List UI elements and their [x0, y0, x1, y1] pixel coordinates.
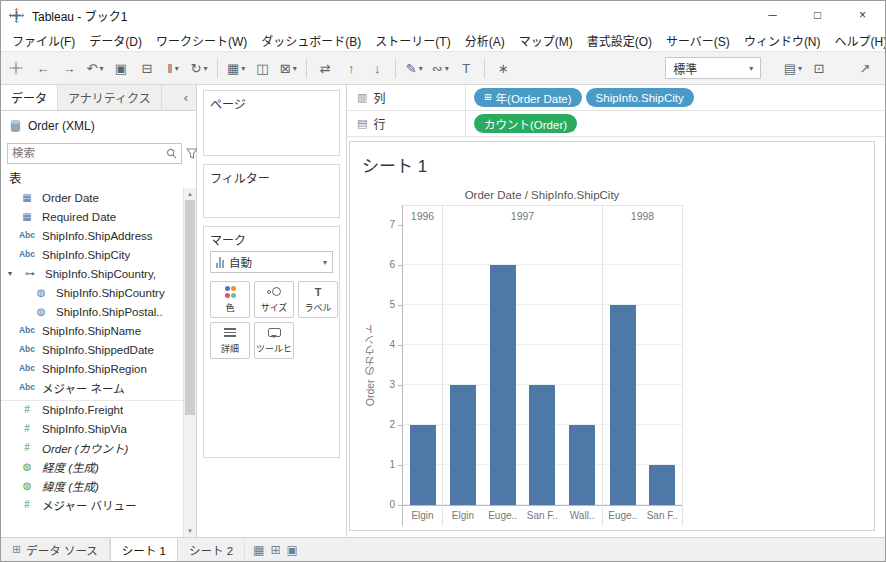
scrollbar-track[interactable]	[184, 200, 196, 525]
mark-color-button[interactable]: 色	[210, 281, 250, 318]
share-workbook-button[interactable]: ↗	[853, 56, 877, 81]
mark-detail-button[interactable]: 詳細	[210, 322, 250, 359]
bar[interactable]	[610, 305, 636, 505]
search-box[interactable]	[7, 143, 182, 164]
mark-type-dropdown[interactable]: 自動 ▾	[210, 251, 333, 273]
swap-rows-columns-button[interactable]: ⇄	[313, 56, 337, 81]
duplicate-sheet-button[interactable]: ◫	[250, 56, 274, 81]
data-pane-tabs: データ アナリティクス ‹	[1, 85, 196, 111]
field-list-scrollbar[interactable]: ▲ ▼	[183, 188, 196, 537]
tab-data-source[interactable]: ⊞ データ ソース	[1, 538, 110, 561]
menu-item[interactable]: マップ(M)	[512, 32, 580, 49]
new-data-source-button[interactable]: ⊟	[135, 56, 159, 81]
field-row[interactable]: ▦Order Date	[1, 188, 183, 207]
menu-item[interactable]: 書式設定(O)	[580, 32, 659, 49]
marks-card-label: マーク	[210, 231, 333, 248]
new-dashboard-button[interactable]: ⊞	[270, 543, 280, 557]
group-members-button[interactable]: ∾▾	[428, 56, 452, 81]
back-icon: ←	[37, 62, 50, 75]
sort-descending-button[interactable]: ↓	[365, 56, 389, 81]
datasource-item[interactable]: Order (XML)	[1, 114, 196, 138]
menu-item[interactable]: データ(D)	[82, 32, 149, 49]
field-row[interactable]: Abcメジャー ネーム	[1, 378, 183, 397]
highlighter-button[interactable]: ∗	[491, 56, 515, 81]
menu-item[interactable]: ウィンドウ(N)	[737, 32, 828, 49]
clear-sheet-button[interactable]: ⊠▾	[276, 56, 300, 81]
menu-item[interactable]: ダッシュボード(B)	[254, 32, 368, 49]
new-worksheet-button[interactable]: ▦	[253, 543, 264, 557]
dimension-pill[interactable]: ShipInfo.ShipCity	[586, 88, 694, 107]
columns-shelf[interactable]: ▥ 列 ⊞年(Order Date)ShipInfo.ShipCity	[347, 85, 885, 111]
filters-card[interactable]: フィルター	[203, 164, 340, 218]
tab-data[interactable]: データ	[1, 85, 58, 110]
bar[interactable]	[490, 265, 516, 505]
field-row[interactable]: AbcShipInfo.ShipCity	[1, 245, 183, 264]
field-row[interactable]: AbcShipInfo.ShipRegion	[1, 359, 183, 378]
mark-label-button[interactable]: Tラベル	[298, 281, 338, 318]
mark-tooltip-button[interactable]: ツールヒ..	[254, 322, 294, 359]
search-input[interactable]	[12, 147, 166, 159]
rows-shelf[interactable]: ▤ 行 カウント(Order)	[347, 111, 885, 137]
window-controls: ─ □ ×	[750, 1, 885, 29]
mark-size-button[interactable]: サイズ	[254, 281, 294, 318]
menu-item[interactable]: ファイル(F)	[5, 32, 82, 49]
back-button[interactable]: ←	[31, 56, 55, 81]
field-row[interactable]: ◍ShipInfo.ShipCountry	[1, 283, 183, 302]
chevron-down-icon[interactable]: ▾	[5, 269, 15, 278]
menu-item[interactable]: ヘルプ(H)	[828, 32, 886, 49]
field-row[interactable]: ▾⊶ShipInfo.ShipCountry,	[1, 264, 183, 283]
bar[interactable]	[529, 385, 555, 505]
field-row[interactable]: #メジャー バリュー	[1, 495, 183, 514]
calendar-icon: ▦	[17, 193, 37, 203]
field-row[interactable]: #ShipInfo.ShipVia	[1, 419, 183, 438]
bar[interactable]	[569, 425, 595, 505]
field-row[interactable]: ◍ShipInfo.ShipPostal..	[1, 302, 183, 321]
minimize-button[interactable]: ─	[750, 1, 795, 29]
menu-item[interactable]: ストーリー(T)	[368, 32, 457, 49]
field-row[interactable]: #ShipInfo.Freight	[1, 400, 183, 419]
undo-button[interactable]: ↶▾	[83, 56, 107, 81]
field-row[interactable]: ◍緯度 (生成)	[1, 476, 183, 495]
tab-sheet-1[interactable]: シート 1	[110, 538, 178, 561]
new-worksheet-button[interactable]: ▦▾	[224, 56, 248, 81]
presentation-mode-button[interactable]: ⊡	[807, 56, 831, 81]
field-label: ShipInfo.ShipAddress	[42, 230, 153, 242]
show-mark-labels-button[interactable]: T	[454, 56, 478, 81]
show-hide-cards-button[interactable]: ▤▾	[781, 56, 805, 81]
measure-pill[interactable]: カウント(Order)	[474, 114, 577, 133]
field-row[interactable]: AbcShipInfo.ShipAddress	[1, 226, 183, 245]
collapse-pane-icon[interactable]: ‹	[176, 85, 196, 110]
window-title: Tableau - ブック1	[32, 7, 127, 24]
pages-card[interactable]: ページ	[203, 90, 340, 156]
undo-icon: ↶	[87, 62, 98, 75]
scrollbar-thumb[interactable]	[185, 200, 195, 415]
highlight-pen-button[interactable]: ✎▾	[402, 56, 426, 81]
pause-auto-updates-button[interactable]: ‖▾	[161, 56, 185, 81]
close-button[interactable]: ×	[840, 1, 885, 29]
field-row[interactable]: AbcShipInfo.ShipName	[1, 321, 183, 340]
new-story-button[interactable]: ▣	[286, 543, 297, 557]
dimension-pill[interactable]: ⊞年(Order Date)	[474, 88, 582, 107]
field-row[interactable]: #Order (カウント)	[1, 438, 183, 457]
maximize-button[interactable]: □	[795, 1, 840, 29]
expand-icon[interactable]: ⊞	[484, 93, 492, 102]
scroll-up-icon[interactable]: ▲	[184, 188, 196, 200]
menu-item[interactable]: サーバー(S)	[659, 32, 737, 49]
scroll-down-icon[interactable]: ▼	[184, 525, 196, 537]
menu-item[interactable]: ワークシート(W)	[149, 32, 254, 49]
save-button[interactable]: ▣	[109, 56, 133, 81]
sort-ascending-button[interactable]: ↑	[339, 56, 363, 81]
forward-button[interactable]: →	[57, 56, 81, 81]
field-row[interactable]: AbcShipInfo.ShippedDate	[1, 340, 183, 359]
bar[interactable]	[649, 465, 675, 505]
field-row[interactable]: ◍経度 (生成)	[1, 457, 183, 476]
menu-item[interactable]: 分析(A)	[458, 32, 512, 49]
bar[interactable]	[450, 385, 476, 505]
bar[interactable]	[410, 425, 436, 505]
field-row[interactable]: ▦Required Date	[1, 207, 183, 226]
tab-analytics[interactable]: アナリティクス	[58, 85, 162, 110]
tab-sheet-2[interactable]: シート 2	[178, 538, 245, 561]
chart-yaxis: 01234567	[376, 225, 402, 505]
fit-dropdown[interactable]: 標準 ▾	[665, 57, 761, 79]
run-update-button[interactable]: ↻▾	[187, 56, 211, 81]
